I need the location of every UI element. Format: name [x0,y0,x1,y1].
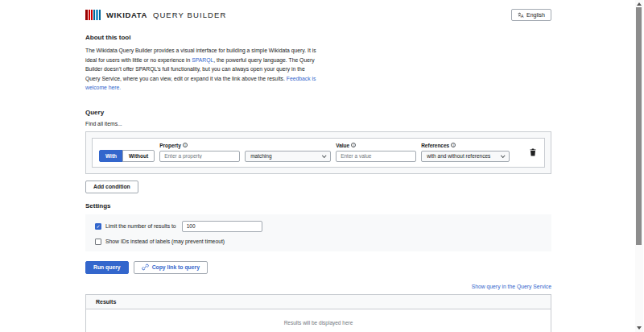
references-label: Referencesi [421,143,510,148]
limit-results-label[interactable]: Limit the number of results to [105,223,176,229]
results-panel: Results Results will be displayed here [85,294,551,332]
chevron-down-icon [322,153,327,158]
show-ids-label[interactable]: Show IDs instead of labels (may prevent … [105,239,225,244]
value-field: Valuei [336,143,416,162]
results-heading: Results [86,295,551,309]
scroll-down-icon[interactable] [637,326,642,330]
run-query-button[interactable]: Run query [85,261,129,274]
matching-field: matching [245,151,331,162]
info-icon[interactable]: i [351,143,356,147]
without-toggle-button[interactable]: Without [122,150,155,162]
language-button[interactable]: A English [511,9,551,21]
references-field: Referencesi with and without references [421,143,510,162]
settings-heading: Settings [85,202,551,210]
language-button-label: English [526,12,545,18]
add-condition-button[interactable]: Add condition [85,181,138,193]
chevron-down-icon [501,153,506,158]
find-all-items-label: Find all items... [85,121,551,127]
with-toggle-button[interactable]: With [99,150,123,162]
matching-dropdown-value: matching [250,153,271,159]
limit-input[interactable] [182,221,262,232]
show-ids-checkbox[interactable] [95,239,101,245]
show-query-link[interactable]: Show query in the Query Service [472,284,551,289]
info-icon[interactable]: i [183,143,188,147]
language-icon: A [518,12,524,19]
svg-text:A: A [521,14,524,19]
delete-condition-button[interactable] [528,147,538,158]
property-field: Propertyi [159,143,240,162]
property-label: Propertyi [159,143,240,148]
brand-title-rest: QUERY BUILDER [153,10,227,19]
results-empty-text: Results will be displayed here [86,309,551,332]
references-dropdown[interactable]: with and without references [421,151,510,162]
wikidata-brand: WIKIDATA QUERY BUILDER [85,10,226,20]
copy-link-label: Copy link to query [152,264,200,270]
scrollbar-thumb[interactable] [636,7,642,245]
brand-title-bold: WIKIDATA [106,10,147,19]
about-heading: About this tool [85,34,551,41]
trash-icon [530,148,536,156]
limit-results-row: ✓ Limit the number of results to [95,221,542,232]
actions-row: Run query Copy link to query [85,261,551,274]
scroll-up-icon[interactable] [637,2,642,6]
references-dropdown-value: with and without references [427,153,490,159]
copy-link-button[interactable]: Copy link to query [134,261,208,274]
settings-panel: ✓ Limit the number of results to Show ID… [85,214,551,251]
content-column: WIKIDATA QUERY BUILDER A English About t… [85,0,551,332]
query-heading: Query [85,109,551,116]
matching-dropdown[interactable]: matching [245,151,331,162]
limit-results-checkbox[interactable]: ✓ [95,223,101,230]
wikidata-logo-icon [85,10,101,20]
app-header: WIKIDATA QUERY BUILDER A English [85,8,551,22]
with-without-toggle: With Without [99,150,155,162]
info-icon[interactable]: i [451,143,456,147]
about-paragraph: The Wikidata Query Builder provides a vi… [85,46,320,93]
condition-card: With Without Propertyi matching Valuei [92,138,545,168]
query-builder-page: WIKIDATA QUERY BUILDER A English About t… [0,0,644,332]
value-input[interactable] [336,151,416,162]
condition-group: With Without Propertyi matching Valuei [85,131,551,174]
value-label: Valuei [336,143,416,148]
show-query-row: Show query in the Query Service [85,284,551,289]
link-icon [142,264,149,271]
show-ids-row: Show IDs instead of labels (may prevent … [95,239,542,245]
scrollbar[interactable] [635,0,643,332]
property-input[interactable] [159,151,240,162]
sparql-link[interactable]: SPARQL [192,57,213,63]
